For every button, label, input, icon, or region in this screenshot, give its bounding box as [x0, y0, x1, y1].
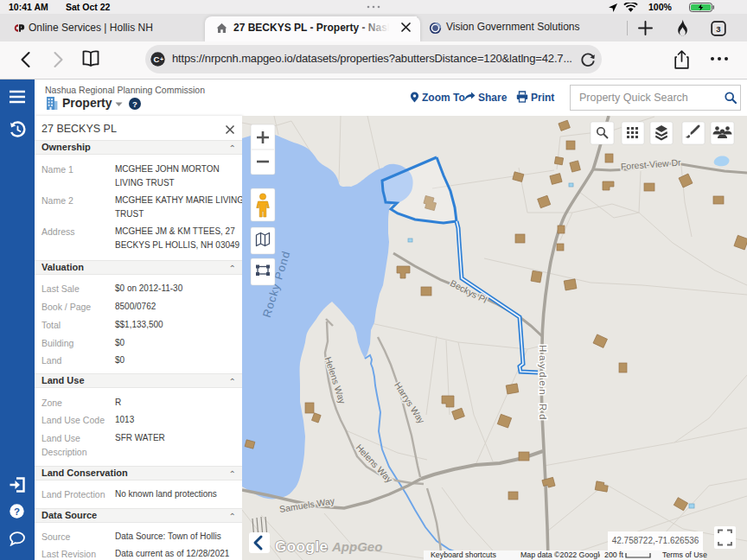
svg-text:200 ft: 200 ft: [604, 550, 624, 559]
svg-text:C: C: [154, 54, 160, 64]
svg-text:Terms of Use: Terms of Use: [662, 550, 707, 559]
svg-text:?: ?: [132, 99, 137, 109]
svg-text:Hayden Rd: Hayden Rd: [538, 345, 548, 423]
svg-text:Map data ©2022 Google: Map data ©2022 Google: [520, 550, 603, 559]
svg-text:?: ?: [14, 506, 20, 517]
svg-text:AppGeo: AppGeo: [331, 539, 382, 554]
svg-text:3: 3: [716, 24, 720, 34]
svg-text:Keyboard shortcuts: Keyboard shortcuts: [431, 550, 496, 559]
svg-text:+: +: [160, 56, 163, 62]
svg-text:42.758722,-71.626536: 42.758722,-71.626536: [612, 536, 699, 545]
svg-text:Google: Google: [275, 538, 329, 555]
